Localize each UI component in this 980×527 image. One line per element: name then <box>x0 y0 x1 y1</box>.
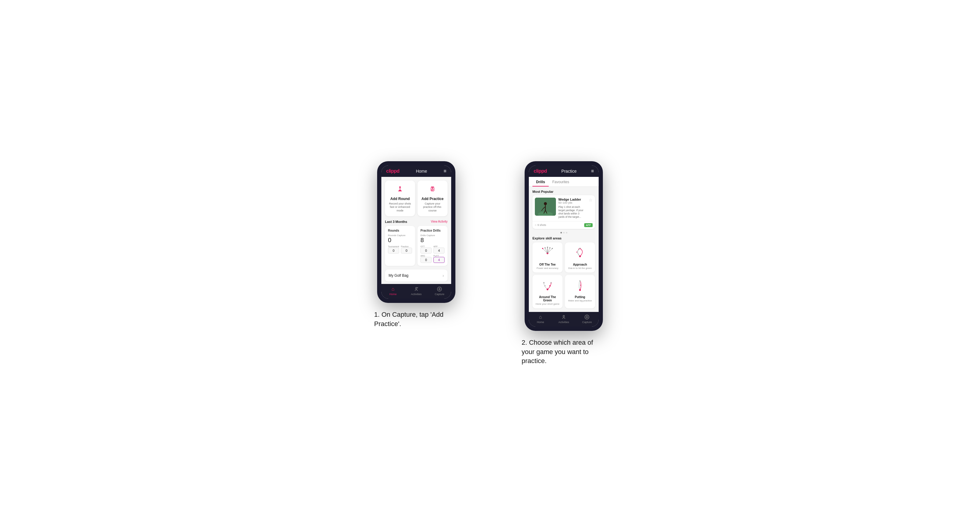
drill-thumbnail <box>535 198 556 216</box>
add-practice-icon <box>427 184 438 195</box>
add-practice-card[interactable]: Add Practice Capture your practice off-t… <box>417 181 447 216</box>
nav-capture-2[interactable]: Capture <box>576 314 599 324</box>
add-round-title: Add Round <box>390 197 410 201</box>
drill-desc: Play 1 shot at each target yardage. If y… <box>558 205 586 219</box>
nav-home-label-1: Home <box>390 293 397 296</box>
putting-desc: Make and lag practice <box>568 299 592 302</box>
ott-value: 0 <box>420 248 432 254</box>
drills-sub-stats: OTT 0 APP 4 <box>420 246 445 263</box>
ott-desc: Power and accuracy <box>537 267 558 270</box>
practice-screen: Drills Favourites Most Popular <box>529 177 599 312</box>
svg-point-27 <box>549 247 550 248</box>
tab-favourites[interactable]: Favourites <box>549 177 573 186</box>
home-screen: Add Round Record your shots fast or enha… <box>381 177 451 281</box>
dot-1 <box>560 232 562 233</box>
ott-box: OTT 0 <box>420 246 432 254</box>
app-label: APP <box>433 246 445 248</box>
tournament-label: Tournament <box>388 246 399 248</box>
tabs-bar: Drills Favourites <box>529 177 599 187</box>
add-round-card[interactable]: Add Round Record your shots fast or enha… <box>385 181 415 216</box>
approach-name: Approach <box>573 263 587 266</box>
drill-name: Wedge Ladder <box>558 198 586 201</box>
svg-rect-1 <box>398 191 402 191</box>
approach-visual <box>572 246 588 261</box>
last3months-label: Last 3 Months <box>385 220 407 224</box>
home-icon-1: ⌂ <box>391 286 395 292</box>
skill-card-ott[interactable]: Off The Tee Power and accuracy <box>533 243 563 273</box>
skill-card-putting[interactable]: Putting Make and lag practice <box>565 275 595 308</box>
phone1-menu-icon[interactable]: ≡ <box>444 168 446 174</box>
dot-2 <box>563 232 565 233</box>
phone1-screen: clippd Home ≡ <box>381 165 451 299</box>
stats-container: Rounds Rounds Capture 0 Tournament 0 <box>381 226 451 268</box>
putting-name: Putting <box>575 295 585 299</box>
ott-label: OTT <box>420 246 432 248</box>
caption-2: 2. Choose which area of your game you wa… <box>522 338 606 366</box>
nav-activities-label-1: Activities <box>411 293 422 296</box>
caption-1: 1. On Capture, tap 'Add Practice'. <box>374 310 458 329</box>
add-round-icon <box>395 184 406 195</box>
nav-activities-label-2: Activities <box>558 321 569 324</box>
ott-name: Off The Tee <box>539 263 555 266</box>
drill-card-inner: Wedge Ladder 50–100 yds Play 1 shot at e… <box>533 195 595 221</box>
rounds-capture-row: Rounds Capture 0 <box>388 234 412 244</box>
nav-capture-1[interactable]: Capture <box>428 286 451 296</box>
atg-visual <box>540 278 555 294</box>
last3months-header: Last 3 Months View Activity <box>381 219 451 226</box>
dot-3 <box>566 232 567 233</box>
drills-title: Practice Drills <box>420 229 445 232</box>
phone1-section: clippd Home ≡ <box>355 161 478 329</box>
putt-label: PUTT <box>433 255 445 257</box>
nav-home-label-2: Home <box>537 321 544 324</box>
nav-home-1[interactable]: ⌂ Home <box>381 286 404 296</box>
nav-activities-2[interactable]: Activities <box>552 314 575 324</box>
app-value: 4 <box>433 248 445 254</box>
favourite-icon[interactable]: ☆ <box>589 198 593 219</box>
phone2-menu-icon[interactable]: ≡ <box>591 168 594 174</box>
phone1: clippd Home ≡ <box>377 161 455 303</box>
skill-grid: Off The Tee Power and accuracy <box>529 243 599 312</box>
svg-rect-3 <box>399 190 401 191</box>
ott-visual <box>540 246 555 261</box>
tab-drills[interactable]: Drills <box>533 177 549 186</box>
add-round-subtitle: Record your shots fast or enhanced mode <box>387 202 413 213</box>
page-wrapper: clippd Home ≡ <box>355 161 625 366</box>
drills-stats-box: Practice Drills Drills Capture 8 OTT 0 <box>417 226 447 266</box>
drill-shots: ○ 9 shots <box>535 224 546 227</box>
svg-point-31 <box>576 251 577 252</box>
drills-capture-label: Drills Capture <box>420 234 445 237</box>
skill-card-approach[interactable]: Approach Dial-in to hit the green <box>565 243 595 273</box>
atg-name: Around The Green <box>535 295 560 302</box>
rounds-stats-box: Rounds Rounds Capture 0 Tournament 0 <box>385 226 415 266</box>
svg-point-32 <box>579 248 579 249</box>
svg-point-40 <box>579 280 581 281</box>
phone1-bottom-nav: ⌂ Home Activities <box>381 284 451 299</box>
putt-value: 4 <box>433 257 445 263</box>
skill-card-atg[interactable]: Around The Green Hone your short game <box>533 275 563 308</box>
nav-activities-1[interactable]: Activities <box>404 286 428 296</box>
drill-yardage: 50–100 yds <box>558 201 586 204</box>
tournament-value: 0 <box>388 248 399 254</box>
drills-row2: ARG 0 PUTT 4 <box>420 255 445 263</box>
svg-point-17 <box>544 202 547 205</box>
nav-home-2[interactable]: ⌂ Home <box>529 314 552 324</box>
drills-capture-value: 8 <box>420 237 445 244</box>
phone2-bottom-nav: ⌂ Home Activities <box>529 312 599 327</box>
golf-bag-row[interactable]: My Golf Bag › <box>385 270 447 281</box>
svg-point-10 <box>415 287 417 289</box>
phone2-header-title: Practice <box>562 169 577 173</box>
svg-point-26 <box>547 247 548 248</box>
most-popular-label: Most Popular <box>529 187 599 195</box>
featured-drill-card[interactable]: Wedge Ladder 50–100 yds Play 1 shot at e… <box>533 195 595 229</box>
svg-point-37 <box>544 285 546 286</box>
practice-value: 0 <box>401 248 412 254</box>
view-activity-link[interactable]: View Activity <box>431 220 447 223</box>
drills-capture-row: Drills Capture 8 <box>420 234 445 244</box>
svg-point-25 <box>544 247 546 248</box>
explore-label: Explore skill areas <box>529 237 599 243</box>
svg-point-41 <box>580 284 581 286</box>
drills-row1: OTT 0 APP 4 <box>420 246 445 254</box>
rounds-title: Rounds <box>388 229 412 232</box>
golf-bag-label: My Golf Bag <box>388 273 409 278</box>
svg-point-42 <box>563 315 564 317</box>
